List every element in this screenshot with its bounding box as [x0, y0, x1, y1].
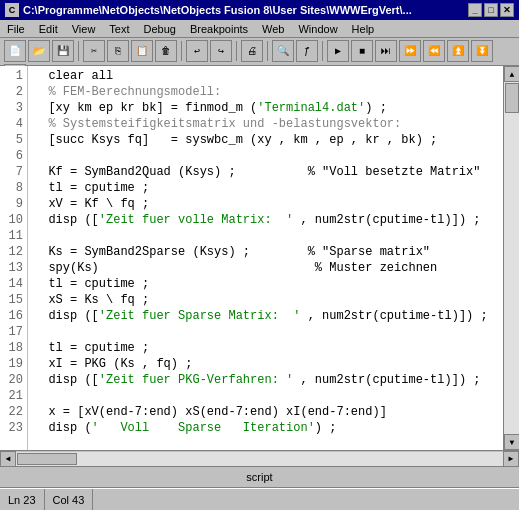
- close-button[interactable]: ✕: [500, 3, 514, 17]
- scroll-h-thumb[interactable]: [17, 453, 77, 465]
- line-number: 9: [4, 196, 23, 212]
- line-number: 13: [4, 260, 23, 276]
- separator-2: [181, 41, 182, 61]
- line-number: 23: [4, 420, 23, 436]
- function-button[interactable]: ƒ: [296, 40, 318, 62]
- step3-button[interactable]: ⏪: [423, 40, 445, 62]
- status-bar-bottom: Ln 23 Col 43: [0, 488, 519, 510]
- line-number: 20: [4, 372, 23, 388]
- code-line: tl = cputime ;: [34, 276, 497, 292]
- line-number: 22: [4, 404, 23, 420]
- scroll-left-arrow[interactable]: ◀: [0, 451, 16, 467]
- line-number: 2: [4, 84, 23, 100]
- line-number: 4: [4, 116, 23, 132]
- separator-5: [322, 41, 323, 61]
- line-number: 1: [4, 68, 23, 84]
- code-line: clear all: [34, 68, 497, 84]
- line-number: 19: [4, 356, 23, 372]
- code-line: Ks = SymBand2Sparse (Ksys) ; % "Sparse m…: [34, 244, 497, 260]
- line-number: 16: [4, 308, 23, 324]
- delete-button[interactable]: 🗑: [155, 40, 177, 62]
- minimize-button[interactable]: _: [468, 3, 482, 17]
- line-number: 10: [4, 212, 23, 228]
- undo-button[interactable]: ↩: [186, 40, 208, 62]
- toolbar: 📄 📂 💾 ✂ ⎘ 📋 🗑 ↩ ↪ 🖨 🔍 ƒ ▶ ■ ⏭ ⏩ ⏪ ⏫ ⏬ ✕: [0, 38, 519, 66]
- line-number: 7: [4, 164, 23, 180]
- code-line: tl = cputime ;: [34, 180, 497, 196]
- save-button[interactable]: 💾: [52, 40, 74, 62]
- menu-help[interactable]: Help: [349, 22, 378, 36]
- code-area[interactable]: clear all % FEM-Berechnungsmodell: [xy k…: [28, 66, 503, 450]
- scroll-h-track: [16, 452, 503, 466]
- separator-3: [236, 41, 237, 61]
- line-number: 5: [4, 132, 23, 148]
- code-line: disp (['Zeit fuer volle Matrix: ' , num2…: [34, 212, 497, 228]
- menu-file[interactable]: File: [4, 22, 28, 36]
- code-line: % Systemsteifigkeitsmatrix und -belastun…: [34, 116, 497, 132]
- step5-button[interactable]: ⏬: [471, 40, 493, 62]
- code-line: [34, 148, 497, 164]
- code-line: xV = Kf \ fq ;: [34, 196, 497, 212]
- scroll-track: [504, 82, 519, 434]
- script-label: script: [246, 471, 272, 483]
- search-button[interactable]: 🔍: [272, 40, 294, 62]
- print-button[interactable]: 🖨: [241, 40, 263, 62]
- code-line: xI = PKG (Ks , fq) ;: [34, 356, 497, 372]
- editor-content: 1234567891011121314151617181920212223 cl…: [0, 66, 519, 450]
- scroll-up-arrow[interactable]: ▲: [504, 66, 519, 82]
- redo-button[interactable]: ↪: [210, 40, 232, 62]
- code-line: disp (' Voll Sparse Iteration') ;: [34, 420, 497, 436]
- window-title: C:\Programme\NetObjects\NetObjects Fusio…: [23, 4, 412, 16]
- line-number: 15: [4, 292, 23, 308]
- new-button[interactable]: 📄: [4, 40, 26, 62]
- menu-text[interactable]: Text: [106, 22, 132, 36]
- menu-debug[interactable]: Debug: [141, 22, 179, 36]
- separator-4: [267, 41, 268, 61]
- open-button[interactable]: 📂: [28, 40, 50, 62]
- cut-button[interactable]: ✂: [83, 40, 105, 62]
- copy-button[interactable]: ⎘: [107, 40, 129, 62]
- menu-edit[interactable]: Edit: [36, 22, 61, 36]
- status-bar-top: script: [0, 466, 519, 488]
- code-line: disp (['Zeit fuer Sparse Matrix: ' , num…: [34, 308, 497, 324]
- maximize-button[interactable]: □: [484, 3, 498, 17]
- separator-1: [78, 41, 79, 61]
- menu-window[interactable]: Window: [295, 22, 340, 36]
- horizontal-scrollbar[interactable]: ◀ ▶: [0, 450, 519, 466]
- code-line: disp (['Zeit fuer PKG-Verfahren: ' , num…: [34, 372, 497, 388]
- code-line: [34, 324, 497, 340]
- menu-view[interactable]: View: [69, 22, 99, 36]
- step-button[interactable]: ⏭: [375, 40, 397, 62]
- menu-breakpoints[interactable]: Breakpoints: [187, 22, 251, 36]
- line-number: 6: [4, 148, 23, 164]
- app-icon: C: [5, 3, 19, 17]
- code-line: tl = cputime ;: [34, 340, 497, 356]
- code-line: x = [xV(end-7:end) xS(end-7:end) xI(end-…: [34, 404, 497, 420]
- scroll-down-arrow[interactable]: ▼: [504, 434, 519, 450]
- menu-bar: File Edit View Text Debug Breakpoints We…: [0, 20, 519, 38]
- status-ln: Ln 23: [0, 489, 45, 510]
- menu-web[interactable]: Web: [259, 22, 287, 36]
- stop-button[interactable]: ■: [351, 40, 373, 62]
- line-number: 12: [4, 244, 23, 260]
- scroll-right-arrow[interactable]: ▶: [503, 451, 519, 467]
- code-line: [xy km ep kr bk] = finmod_m ('Terminal4.…: [34, 100, 497, 116]
- line-numbers: 1234567891011121314151617181920212223: [0, 66, 28, 450]
- debug-button[interactable]: ▶: [327, 40, 349, 62]
- line-number: 18: [4, 340, 23, 356]
- code-line: [succ Ksys fq] = syswbc_m (xy , km , ep …: [34, 132, 497, 148]
- code-line: spy(Ks) % Muster zeichnen: [34, 260, 497, 276]
- title-bar: C C:\Programme\NetObjects\NetObjects Fus…: [0, 0, 519, 20]
- paste-button[interactable]: 📋: [131, 40, 153, 62]
- vertical-scrollbar[interactable]: ▲ ▼: [503, 66, 519, 450]
- editor-container: 1234567891011121314151617181920212223 cl…: [0, 66, 519, 466]
- line-number: 21: [4, 388, 23, 404]
- step2-button[interactable]: ⏩: [399, 40, 421, 62]
- code-line: % FEM-Berechnungsmodell:: [34, 84, 497, 100]
- line-number: 11: [4, 228, 23, 244]
- step4-button[interactable]: ⏫: [447, 40, 469, 62]
- scroll-thumb[interactable]: [505, 83, 519, 113]
- status-col: Col 43: [45, 489, 94, 510]
- line-number: 8: [4, 180, 23, 196]
- line-number: 17: [4, 324, 23, 340]
